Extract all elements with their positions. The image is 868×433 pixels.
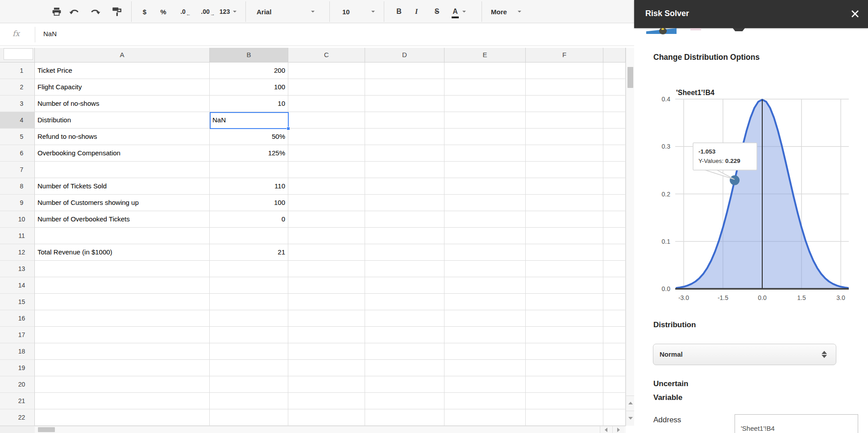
cell-B3[interactable]: 10 xyxy=(210,96,288,112)
cell-D10[interactable] xyxy=(365,211,444,228)
cell-E15[interactable] xyxy=(444,294,526,310)
cell-B13[interactable] xyxy=(210,261,288,277)
cell-D8[interactable] xyxy=(365,178,444,195)
row-header-11[interactable]: 11 xyxy=(0,228,35,244)
cell-G14[interactable] xyxy=(603,277,626,294)
cell-C14[interactable] xyxy=(288,277,365,294)
cell-E20[interactable] xyxy=(444,376,526,393)
format-currency-button[interactable]: $ xyxy=(137,0,152,23)
cell-G6[interactable] xyxy=(603,145,626,162)
cell-D18[interactable] xyxy=(365,343,444,360)
cell-G3[interactable] xyxy=(603,96,626,112)
cell-F13[interactable] xyxy=(526,261,603,277)
cell-A11[interactable] xyxy=(35,228,210,244)
cell-F20[interactable] xyxy=(526,376,603,393)
cell-F17[interactable] xyxy=(526,327,603,343)
cell-A22[interactable] xyxy=(35,409,210,426)
row-header-5[interactable]: 5 xyxy=(0,129,35,145)
cell-A21[interactable] xyxy=(35,393,210,409)
cell-B1[interactable]: 200 xyxy=(210,62,288,79)
cell-G18[interactable] xyxy=(603,343,626,360)
cell-A18[interactable] xyxy=(35,343,210,360)
scroll-right-button[interactable] xyxy=(612,426,624,433)
cell-B18[interactable] xyxy=(210,343,288,360)
row-header-14[interactable]: 14 xyxy=(0,277,35,294)
column-header-E[interactable]: E xyxy=(444,48,526,62)
cell-F6[interactable] xyxy=(526,145,603,162)
row-header-20[interactable]: 20 xyxy=(0,376,35,393)
row-header-4[interactable]: 4 xyxy=(0,112,35,129)
cell-B15[interactable] xyxy=(210,294,288,310)
cell-C16[interactable] xyxy=(288,310,365,327)
cell-D1[interactable] xyxy=(365,62,444,79)
cell-E1[interactable] xyxy=(444,62,526,79)
cell-D15[interactable] xyxy=(365,294,444,310)
column-header-A[interactable]: A xyxy=(35,48,210,62)
cell-G17[interactable] xyxy=(603,327,626,343)
cell-B12[interactable]: 21 xyxy=(210,244,288,261)
cell-E18[interactable] xyxy=(444,343,526,360)
cell-G5[interactable] xyxy=(603,129,626,145)
cell-B14[interactable] xyxy=(210,277,288,294)
cell-A12[interactable]: Total Revenue (in $1000) xyxy=(35,244,210,261)
cell-C11[interactable] xyxy=(288,228,365,244)
cell-A13[interactable] xyxy=(35,261,210,277)
formula-bar[interactable]: fx NaN xyxy=(0,23,634,46)
address-input[interactable] xyxy=(735,414,858,433)
column-header-F[interactable]: F xyxy=(526,48,603,62)
cell-E16[interactable] xyxy=(444,310,526,327)
cell-B10[interactable]: 0 xyxy=(210,211,288,228)
cell-C21[interactable] xyxy=(288,393,365,409)
close-icon[interactable] xyxy=(850,9,860,19)
cell-F1[interactable] xyxy=(526,62,603,79)
cell-E19[interactable] xyxy=(444,360,526,376)
cell-A15[interactable] xyxy=(35,294,210,310)
horizontal-scrollbar-thumb[interactable] xyxy=(38,427,55,432)
cell-G1[interactable] xyxy=(603,62,626,79)
row-header-22[interactable]: 22 xyxy=(0,409,35,426)
row-header-9[interactable]: 9 xyxy=(0,195,35,211)
number-format-menu[interactable]: 123 xyxy=(216,0,240,23)
row-header-7[interactable]: 7 xyxy=(0,162,35,178)
row-header-15[interactable]: 15 xyxy=(0,294,35,310)
cell-F12[interactable] xyxy=(526,244,603,261)
cell-G21[interactable] xyxy=(603,393,626,409)
cell-C22[interactable] xyxy=(288,409,365,426)
cell-B20[interactable] xyxy=(210,376,288,393)
font-family-select[interactable]: Arial xyxy=(252,0,319,23)
cell-F9[interactable] xyxy=(526,195,603,211)
cell-D7[interactable] xyxy=(365,162,444,178)
cell-F4[interactable] xyxy=(526,112,603,129)
cell-B16[interactable] xyxy=(210,310,288,327)
redo-button[interactable] xyxy=(87,0,103,23)
cell-D13[interactable] xyxy=(365,261,444,277)
cell-D5[interactable] xyxy=(365,129,444,145)
scroll-down-button[interactable] xyxy=(626,411,635,425)
cell-G2[interactable] xyxy=(603,79,626,96)
cell-E8[interactable] xyxy=(444,178,526,195)
cell-D4[interactable] xyxy=(365,112,444,129)
cell-E2[interactable] xyxy=(444,79,526,96)
cell-B8[interactable]: 110 xyxy=(210,178,288,195)
cell-C9[interactable] xyxy=(288,195,365,211)
cell-B22[interactable] xyxy=(210,409,288,426)
vertical-scrollbar-thumb[interactable] xyxy=(627,67,633,88)
row-header-3[interactable]: 3 xyxy=(0,96,35,112)
cell-E3[interactable] xyxy=(444,96,526,112)
undo-button[interactable] xyxy=(67,0,82,23)
cell-E10[interactable] xyxy=(444,211,526,228)
cell-G15[interactable] xyxy=(603,294,626,310)
cell-G4[interactable] xyxy=(603,112,626,129)
cell-C10[interactable] xyxy=(288,211,365,228)
cell-D17[interactable] xyxy=(365,327,444,343)
formula-bar-value[interactable]: NaN xyxy=(43,30,57,37)
cell-F3[interactable] xyxy=(526,96,603,112)
cell-C15[interactable] xyxy=(288,294,365,310)
cell-C3[interactable] xyxy=(288,96,365,112)
cell-C17[interactable] xyxy=(288,327,365,343)
row-header-17[interactable]: 17 xyxy=(0,327,35,343)
row-header-2[interactable]: 2 xyxy=(0,79,35,96)
vertical-scrollbar[interactable] xyxy=(626,48,634,426)
more-menu[interactable]: More xyxy=(489,0,523,23)
cell-A1[interactable]: Ticket Price xyxy=(35,62,210,79)
